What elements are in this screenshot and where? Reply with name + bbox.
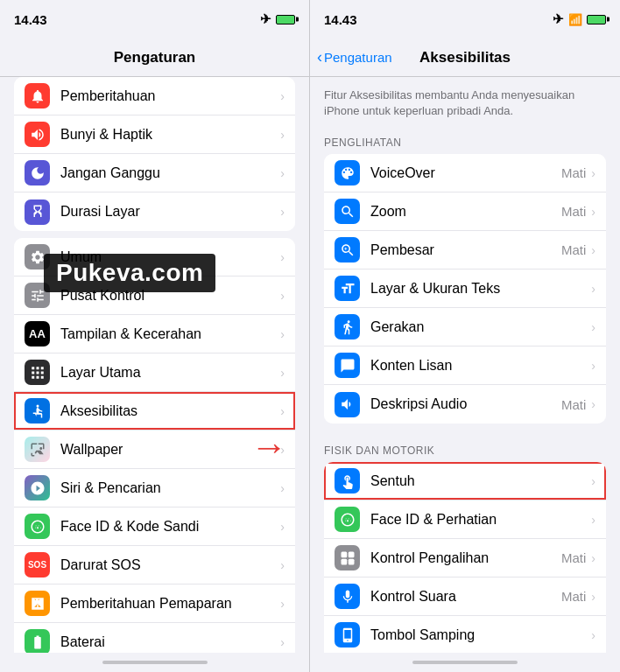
right-item-tombolsamping[interactable]: Tombol Samping ›: [324, 616, 606, 653]
right-item-zoom[interactable]: Zoom Mati ›: [324, 192, 606, 231]
pemaparan-icon-bg: [25, 591, 50, 616]
kontrolpengalihan-value: Mati: [561, 550, 586, 565]
left-item-pemaparan[interactable]: Pemberitahuan Pemaparan ›: [14, 584, 295, 623]
sentuh-icon-bg: [335, 468, 360, 494]
kontenlisan-icon-bg: [335, 353, 360, 378]
fisik-section-header: FISIK DAN MOTORIK: [310, 430, 620, 462]
spoken-icon: [340, 358, 356, 374]
kontrolsuara-chevron: ›: [591, 590, 595, 604]
left-item-jangan[interactable]: Jangan Ganggu ›: [14, 154, 295, 192]
right-item-kontrolsuara[interactable]: Kontrol Suara Mati ›: [324, 578, 606, 616]
bunyi-chevron: ›: [280, 128, 285, 142]
kontrolpengalihan-icon-bg: [335, 545, 360, 570]
right-item-layarteks[interactable]: Layar & Ukuran Teks ›: [324, 270, 606, 308]
baterai-chevron: ›: [280, 635, 285, 649]
switch-icon: [340, 550, 356, 566]
right-status-icons: ✈ 📶: [553, 11, 606, 27]
left-battery-icon: [276, 15, 295, 24]
pembesar-value: Mati: [561, 242, 586, 257]
left-item-faceid[interactable]: Face ID & Kode Sandi ›: [14, 508, 295, 546]
left-home-indicator: [0, 653, 309, 672]
pembesar-label: Pembesar: [370, 242, 561, 258]
kontrolpengalihan-label: Kontrol Pengalihan: [370, 550, 561, 566]
moon-icon: [30, 165, 46, 181]
kontenlisan-label: Konten Lisan: [370, 358, 591, 374]
left-panel: 14.43 ✈ Pengaturan Pemberitahuan ›: [0, 0, 310, 672]
darurat-icon-bg: SOS: [25, 552, 50, 578]
watermark: Pukeva.com: [44, 254, 215, 292]
siri-label: Siri & Pencarian: [60, 480, 280, 496]
darurat-label: Darurat SOS: [60, 557, 280, 573]
audio-icon: [340, 396, 356, 412]
zoom-icon-bg: [335, 199, 360, 224]
jangan-label: Jangan Ganggu: [60, 165, 280, 181]
svg-rect-4: [348, 559, 354, 565]
tombolsamping-label: Tombol Samping: [370, 627, 591, 643]
voiceover-label: VoiceOver: [370, 165, 561, 181]
right-home-bar: [412, 661, 518, 664]
voiceover-value: Mati: [561, 165, 586, 180]
fisik-list-group: Sentuh › Face ID & Perhatian ›: [324, 462, 606, 653]
deskripsi-value: Mati: [561, 397, 586, 412]
right-item-deskripsi[interactable]: Deskripsi Audio Mati ›: [324, 385, 606, 424]
svg-point-0: [36, 404, 39, 407]
left-nav-title: Pengaturan: [114, 49, 196, 66]
faceid-icon: [30, 519, 46, 535]
right-content[interactable]: Fitur Aksesibilitas membantu Anda menyes…: [310, 77, 620, 653]
voiceover-icon: [340, 165, 356, 181]
left-item-bunyi[interactable]: Bunyi & Haptik ›: [14, 116, 295, 154]
zoom-chevron: ›: [591, 205, 595, 219]
back-button[interactable]: ‹ Pengaturan: [317, 48, 392, 66]
left-home-bar: [102, 661, 208, 664]
durasi-chevron: ›: [280, 205, 285, 219]
right-item-voiceover[interactable]: VoiceOver Mati ›: [324, 154, 606, 192]
left-item-aksesibilitas[interactable]: Aksesibilitas ›: [14, 392, 295, 430]
sidebutton-icon: [340, 627, 356, 643]
faceid-chevron: ›: [280, 520, 285, 534]
left-item-darurat[interactable]: SOS Darurat SOS ›: [14, 546, 295, 584]
svg-rect-3: [341, 559, 347, 565]
right-item-sentuh[interactable]: Sentuh ›: [324, 462, 606, 500]
textsize-icon: [340, 281, 356, 297]
tampilan-icon-bg: AA: [25, 321, 50, 346]
layarteks-chevron: ›: [591, 282, 595, 296]
svg-rect-2: [348, 551, 354, 557]
kontrolsuara-label: Kontrol Suara: [370, 589, 561, 605]
aksesibilitas-label: Aksesibilitas: [60, 403, 280, 419]
left-item-tampilan[interactable]: AA Tampilan & Kecerahan ›: [14, 315, 295, 354]
sliders-icon: [30, 288, 46, 304]
right-item-kontenlisan[interactable]: Konten Lisan ›: [324, 346, 606, 385]
layar-label: Layar Utama: [60, 365, 280, 381]
gerakan-chevron: ›: [591, 320, 595, 334]
right-item-faceid2[interactable]: Face ID & Perhatian ›: [324, 500, 606, 539]
sound-icon: [30, 127, 46, 143]
left-settings-list[interactable]: Pemberitahuan › Bunyi & Haptik › Jan: [0, 77, 309, 653]
accessibility-icon: [30, 403, 46, 419]
pemberitahuan-chevron: ›: [280, 89, 285, 103]
pemaparan-label: Pemberitahuan Pemaparan: [60, 596, 280, 612]
grid-icon: [30, 365, 46, 381]
left-item-layar[interactable]: Layar Utama ›: [14, 354, 295, 392]
left-item-baterai[interactable]: Baterai ›: [14, 623, 295, 653]
left-item-durasi[interactable]: Durasi Layar ›: [14, 192, 295, 231]
voice-icon: [340, 589, 356, 605]
tampilan-label: Tampilan & Kecerahan: [60, 326, 280, 342]
baterai-label: Baterai: [60, 634, 280, 650]
bell-icon: [30, 88, 46, 104]
gear-icon: [30, 249, 46, 265]
right-battery-icon: [587, 15, 606, 24]
penglihatan-list-group: VoiceOver Mati › Zoom Mati ›: [324, 154, 606, 424]
penglihatan-section-header: PENGLIHATAN: [310, 122, 620, 154]
right-item-kontrolpengalihan[interactable]: Kontrol Pengalihan Mati ›: [324, 539, 606, 578]
wallpaper-icon-bg: [25, 437, 50, 462]
right-nav-title: Aksesibilitas: [419, 49, 511, 66]
kontenlisan-chevron: ›: [591, 359, 595, 373]
left-item-siri[interactable]: Siri & Pencarian ›: [14, 469, 295, 508]
tombolsamping-chevron: ›: [591, 628, 595, 642]
right-item-gerakan[interactable]: Gerakan ›: [324, 308, 606, 346]
left-item-pemberitahuan[interactable]: Pemberitahuan ›: [14, 77, 295, 116]
tombolsamping-icon-bg: [335, 622, 360, 648]
siri-icon: [30, 480, 46, 496]
right-item-pembesar[interactable]: Pembesar Mati ›: [324, 231, 606, 270]
deskripsi-chevron: ›: [591, 397, 595, 411]
